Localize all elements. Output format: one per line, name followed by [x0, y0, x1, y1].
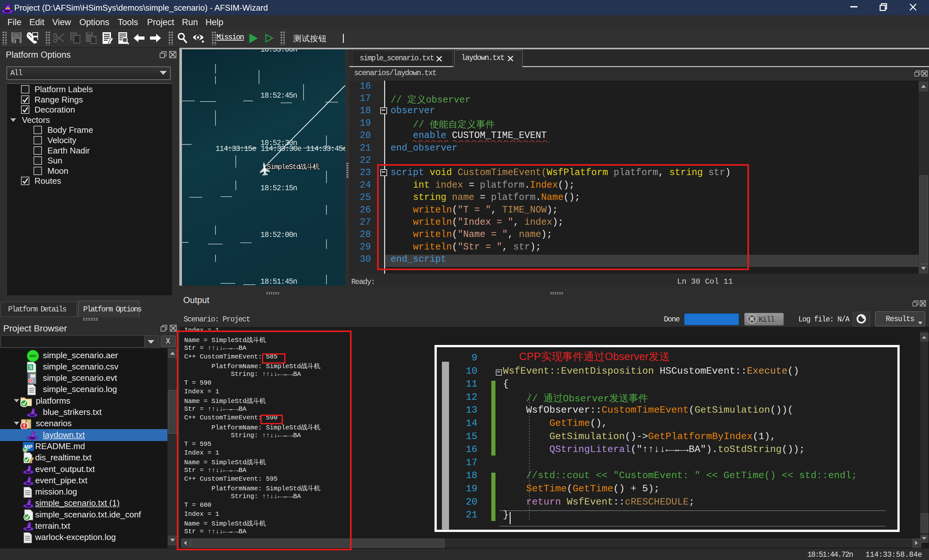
svg-text:18:52:15n: 18:52:15n [260, 184, 297, 193]
svg-text:114:33:30e: 114:33:30e [261, 145, 301, 153]
svg-text:114:33:45e: 114:33:45e [306, 145, 345, 153]
svg-text:18:53:00n: 18:53:00n [260, 49, 297, 54]
svg-text:S: S [29, 365, 32, 370]
svg-text:18:52:45n: 18:52:45n [260, 92, 297, 100]
svg-text:18:52:00n: 18:52:00n [260, 231, 297, 239]
svg-text:SimpleStd战斗机: SimpleStd战斗机 [267, 163, 320, 171]
svg-text:18:51:45n: 18:51:45n [260, 278, 297, 286]
svg-text:114:33:15e: 114:33:15e [216, 145, 256, 153]
